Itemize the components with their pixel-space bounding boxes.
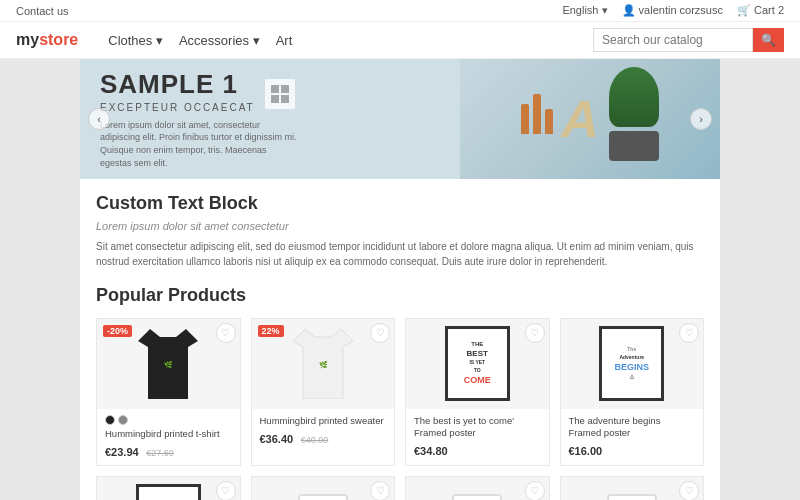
hero-banner: ‹ SAMPLE 1 EXCEPTEUR OCCAECAT Lorem ipsu… bbox=[80, 59, 720, 179]
product-card-3[interactable]: ♡ THEBESTIS YETTOCOME The best is yet to… bbox=[405, 318, 550, 466]
svg-text:🌿: 🌿 bbox=[318, 360, 327, 369]
custom-text-block: Custom Text Block Lorem ipsum dolor sit … bbox=[96, 193, 704, 269]
mug-begins: AdventureBEGINS bbox=[452, 494, 502, 500]
product-card-1[interactable]: -20% ♡ 🌿 Hummingbird printed bbox=[96, 318, 241, 466]
product-image-2: 22% ♡ 🌿 bbox=[252, 319, 395, 409]
product-colors-1 bbox=[105, 415, 232, 425]
product-card-8[interactable]: ♡ TODAYis aGOODDAY Mug Today is a good d… bbox=[560, 476, 705, 500]
product-price-3: €34.80 bbox=[414, 443, 541, 458]
hero-title: SAMPLE 1 bbox=[100, 69, 700, 100]
wishlist-btn-8[interactable]: ♡ bbox=[679, 481, 699, 500]
svg-text:🌿: 🌿 bbox=[164, 360, 173, 369]
poster-begins-frame: The Adventure BEGINS △ bbox=[599, 326, 664, 401]
product-image-1: -20% ♡ 🌿 bbox=[97, 319, 240, 409]
search-input[interactable] bbox=[593, 28, 753, 52]
product-name-3: The best is yet to come' Framed poster bbox=[414, 415, 541, 440]
user-account[interactable]: 👤 valentin corzsusc bbox=[622, 4, 723, 17]
search-bar: 🔍 bbox=[593, 28, 784, 52]
product-card-7[interactable]: ♡ AdventureBEGINS Mug The adventure begi… bbox=[405, 476, 550, 500]
product-name-4: The adventure begins Framed poster bbox=[569, 415, 696, 440]
product-info-3: The best is yet to come' Framed poster €… bbox=[406, 409, 549, 465]
product-image-5: ♡ TODAY is a GOOD DAY bbox=[97, 477, 240, 500]
product-row-1: -20% ♡ 🌿 Hummingbird printed bbox=[96, 318, 704, 466]
wishlist-btn-2[interactable]: ♡ bbox=[370, 323, 390, 343]
nav-clothes[interactable]: Clothes ▾ bbox=[108, 33, 163, 48]
search-button[interactable]: 🔍 bbox=[753, 28, 784, 52]
page-content: ‹ SAMPLE 1 EXCEPTEUR OCCAECAT Lorem ipsu… bbox=[80, 59, 720, 500]
product-price-4: €16.00 bbox=[569, 443, 696, 458]
wishlist-btn-3[interactable]: ♡ bbox=[525, 323, 545, 343]
main-nav: mystore Clothes ▾ Accessories ▾ Art 🔍 bbox=[0, 22, 800, 59]
product-price-1: €23.94 €27.69 bbox=[105, 444, 232, 459]
product-price-2: €36.40 €40.00 bbox=[260, 431, 387, 446]
logo[interactable]: mystore bbox=[16, 31, 78, 49]
product-badge-1: -20% bbox=[103, 325, 132, 337]
product-card-2[interactable]: 22% ♡ 🌿 Hummingbird printed sweater €36.… bbox=[251, 318, 396, 466]
wishlist-btn-4[interactable]: ♡ bbox=[679, 323, 699, 343]
custom-text-body: Sit amet consectetur adipiscing elit, se… bbox=[96, 239, 704, 269]
wishlist-btn-5[interactable]: ♡ bbox=[216, 481, 236, 500]
product-card-6[interactable]: ♡ THEBESTIS YETCOME Mug The best is yet … bbox=[251, 476, 396, 500]
product-name-2: Hummingbird printed sweater bbox=[260, 415, 387, 427]
language-selector[interactable]: English ▾ bbox=[562, 4, 607, 17]
contact-link[interactable]: Contact us bbox=[16, 5, 69, 17]
nav-art[interactable]: Art bbox=[276, 33, 293, 48]
cart-link[interactable]: 🛒 Cart 2 bbox=[737, 4, 784, 17]
product-info-4: The adventure begins Framed poster €16.0… bbox=[561, 409, 704, 465]
custom-text-subtitle: Lorem ipsum dolor sit amet consectetur bbox=[96, 218, 704, 235]
product-card-5[interactable]: ♡ TODAY is a GOOD DAY Today is a good da… bbox=[96, 476, 241, 500]
product-row-2: ♡ TODAY is a GOOD DAY Today is a good da… bbox=[96, 476, 704, 500]
poster-come-frame: THEBESTIS YETTOCOME bbox=[445, 326, 510, 401]
main-content: Custom Text Block Lorem ipsum dolor sit … bbox=[80, 179, 720, 500]
color-gray bbox=[118, 415, 128, 425]
tshirt-image-1: 🌿 bbox=[138, 329, 198, 399]
product-image-3: ♡ THEBESTIS YETTOCOME bbox=[406, 319, 549, 409]
product-image-4: ♡ The Adventure BEGINS △ bbox=[561, 319, 704, 409]
popular-products-title: Popular Products bbox=[96, 285, 704, 306]
sweater-image-2: 🌿 bbox=[293, 329, 353, 399]
custom-text-title: Custom Text Block bbox=[96, 193, 704, 214]
color-black bbox=[105, 415, 115, 425]
product-card-4[interactable]: ♡ The Adventure BEGINS △ The adventure b… bbox=[560, 318, 705, 466]
product-name-1: Hummingbird printed t-shirt bbox=[105, 428, 232, 440]
hero-subtitle: EXCEPTEUR OCCAECAT bbox=[100, 102, 700, 113]
top-bar: Contact us English ▾ 👤 valentin corzsusc… bbox=[0, 0, 800, 22]
mug-today: TODAYis aGOODDAY bbox=[607, 494, 657, 500]
hero-prev-button[interactable]: ‹ bbox=[88, 108, 110, 130]
wishlist-btn-7[interactable]: ♡ bbox=[525, 481, 545, 500]
product-image-8: ♡ TODAYis aGOODDAY bbox=[561, 477, 704, 500]
wishlist-btn-1[interactable]: ♡ bbox=[216, 323, 236, 343]
product-info-1: Hummingbird printed t-shirt €23.94 €27.6… bbox=[97, 409, 240, 465]
popular-products: Popular Products -20% ♡ 🌿 bbox=[96, 285, 704, 501]
product-image-7: ♡ AdventureBEGINS bbox=[406, 477, 549, 500]
hero-next-button[interactable]: › bbox=[690, 108, 712, 130]
poster-today-frame: TODAY is a GOOD DAY bbox=[136, 484, 201, 500]
product-info-2: Hummingbird printed sweater €36.40 €40.0… bbox=[252, 409, 395, 452]
product-image-6: ♡ THEBESTIS YETCOME bbox=[252, 477, 395, 500]
hero-left-content: SAMPLE 1 EXCEPTEUR OCCAECAT Lorem ipsum … bbox=[80, 59, 720, 179]
nav-links: Clothes ▾ Accessories ▾ Art bbox=[108, 33, 292, 48]
wishlist-btn-6[interactable]: ♡ bbox=[370, 481, 390, 500]
hero-icon-box bbox=[265, 79, 295, 109]
mug-come: THEBESTIS YETCOME bbox=[298, 494, 348, 500]
hero-description: Lorem ipsum dolor sit amet, consectetur … bbox=[100, 119, 300, 169]
nav-accessories[interactable]: Accessories ▾ bbox=[179, 33, 260, 48]
product-badge-2: 22% bbox=[258, 325, 284, 337]
